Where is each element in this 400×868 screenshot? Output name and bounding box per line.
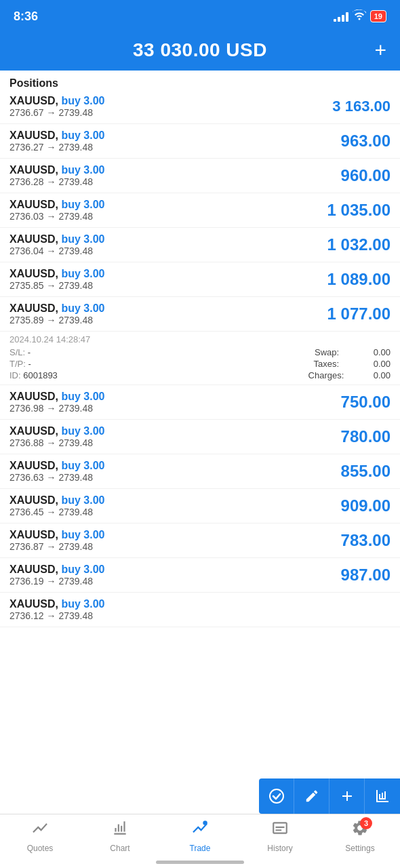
position-price-range: 2735.85 → 2739.48 [9,280,104,291]
position-profit: 909.00 [341,496,391,515]
tab-trade-label: Trade [190,844,211,853]
position-symbol: XAUUSD, buy 3.00 [9,164,104,176]
add-action-button[interactable] [329,778,365,814]
status-bar: 8:36 19 [0,0,400,33]
position-price-range: 2736.19 → 2739.48 [9,576,104,587]
positions-header: Positions [0,71,400,92]
position-profit: 1 089.00 [327,270,391,289]
tab-settings-label: Settings [345,844,374,853]
table-row[interactable]: XAUUSD, buy 3.002736.98 → 2739.48750.00 [0,385,400,420]
positions-scroll: Positions XAUUSD, buy 3.00 2736.67 → 273… [0,71,400,627]
table-row[interactable]: XAUUSD, buy 3.002736.63 → 2739.48855.00 [0,454,400,489]
position-price-range: 2736.27 → 2739.48 [9,142,104,153]
position-profit: 783.00 [341,531,391,550]
history-tab-icon [271,819,289,841]
position-symbol: XAUUSD, buy 3.00 [9,598,104,610]
position-price-range: 2736.87 → 2739.48 [9,541,104,552]
table-row[interactable]: XAUUSD, buy 3.002735.89 → 2739.481 077.0… [0,297,400,332]
signal-bars-icon [334,11,348,22]
tp-label: T/P: - [9,359,31,369]
status-time: 8:36 [14,9,38,24]
position-profit: 960.00 [341,166,391,185]
table-row[interactable]: XAUUSD, buy 3.002736.88 → 2739.48780.00 [0,420,400,454]
position-price-range: 2736.88 → 2739.48 [9,437,104,448]
home-indicator [156,861,244,864]
tab-chart[interactable]: Chart [80,814,160,857]
position-price-range: 2736.03 → 2739.48 [9,211,104,222]
table-row[interactable]: XAUUSD, buy 3.00 2736.67 → 2739.48 3 163… [0,92,400,124]
position-symbol: XAUUSD, buy 3.00 [9,130,104,142]
edit-action-button[interactable] [294,778,329,814]
positions-section: Positions XAUUSD, buy 3.00 2736.67 → 273… [0,71,400,627]
position-symbol: XAUUSD, buy 3.00 [9,268,104,280]
tab-quotes-label: Quotes [27,844,54,853]
position-symbol: XAUUSD, buy 3.00 [9,199,104,211]
trade-tab-icon [191,819,209,841]
tab-bar: Quotes Chart Trade History [0,814,400,868]
quotes-icon [31,819,49,841]
sl-label: S/L: - [9,347,31,357]
id-label: ID: 6001893 [9,370,58,380]
wifi-icon [353,9,366,23]
add-position-button[interactable]: + [374,39,386,62]
position-symbol: XAUUSD, buy 3.00 [9,564,104,576]
status-icons: 19 [334,9,386,23]
position-timestamp: 2024.10.24 14:28:47 [9,334,391,344]
table-row[interactable]: XAUUSD, buy 3.002736.19 → 2739.48987.00 [0,558,400,593]
table-row[interactable]: XAUUSD, buy 3.002736.45 → 2739.48909.00 [0,489,400,524]
position-price-range: 2736.45 → 2739.48 [9,507,104,517]
position-price-range: 2736.12 → 2739.48 [9,610,104,621]
position-profit: 1 035.00 [327,201,391,220]
position-profit: 3 163.00 [332,98,391,115]
position-profit: 1 032.00 [327,235,391,254]
check-action-button[interactable] [259,778,294,814]
position-profit: 855.00 [341,462,391,481]
settings-badge: 3 [360,817,372,829]
charges-field: Charges: 0.00 [308,370,391,380]
position-profit: 1 077.00 [327,304,391,323]
position-price-range: 2736.04 → 2739.48 [9,245,104,256]
chart-tab-icon [111,819,129,841]
position-symbol: XAUUSD, buy 3.00 [9,494,104,507]
tab-history[interactable]: History [240,814,320,857]
position-price-range: 2736.63 → 2739.48 [9,472,104,483]
position-profit: 963.00 [341,132,391,151]
position-symbol: XAUUSD, buy 3.00 [9,302,104,315]
header: 33 030.00 USD + [0,33,400,71]
tab-chart-label: Chart [110,844,129,853]
swap-field: Swap: 0.00 [315,347,391,357]
position-symbol: XAUUSD, buy 3.00 [9,391,104,403]
position-symbol: XAUUSD, buy 3.00 [9,460,104,472]
action-bar [259,778,400,814]
tab-quotes[interactable]: Quotes [0,814,80,857]
position-price-range: 2735.89 → 2739.48 [9,315,104,326]
table-row[interactable]: XAUUSD, buy 3.002736.04 → 2739.481 032.0… [0,228,400,262]
position-price-range: 2736.67 → 2739.48 [9,107,104,118]
account-balance: 33 030.00 USD [133,39,267,61]
position-profit: 780.00 [341,427,391,446]
position-symbol: XAUUSD, buy 3.00 [9,425,104,437]
tab-settings[interactable]: 3 Settings [320,814,400,857]
positions-list: XAUUSD, buy 3.002736.27 → 2739.48963.00X… [0,124,400,627]
tab-trade[interactable]: Trade [160,814,240,857]
table-row[interactable]: XAUUSD, buy 3.002736.03 → 2739.481 035.0… [0,193,400,228]
table-row[interactable]: XAUUSD, buy 3.002736.27 → 2739.48963.00 [0,124,400,159]
table-row[interactable]: XAUUSD, buy 3.002736.28 → 2739.48960.00 [0,159,400,193]
table-row[interactable]: XAUUSD, buy 3.002735.85 → 2739.481 089.0… [0,262,400,297]
taxes-field: Taxes: 0.00 [314,359,391,369]
position-symbol: XAUUSD, buy 3.00 [9,233,104,245]
position-symbol: XAUUSD, buy 3.00 [9,95,104,107]
position-profit: 987.00 [341,566,391,585]
table-row[interactable]: XAUUSD, buy 3.002736.12 → 2739.48 [0,593,400,627]
position-price-range: 2736.28 → 2739.48 [9,176,104,187]
tab-history-label: History [267,844,292,853]
position-detail-block: 2024.10.24 14:28:47S/L: -Swap: 0.00T/P: … [0,332,400,385]
battery-badge: 19 [370,10,386,22]
position-profit: 750.00 [341,393,391,412]
position-symbol: XAUUSD, buy 3.00 [9,529,104,541]
svg-point-1 [203,821,207,825]
chart-action-button[interactable] [365,778,400,814]
svg-point-0 [270,789,283,803]
table-row[interactable]: XAUUSD, buy 3.002736.87 → 2739.48783.00 [0,524,400,558]
position-price-range: 2736.98 → 2739.48 [9,403,104,414]
